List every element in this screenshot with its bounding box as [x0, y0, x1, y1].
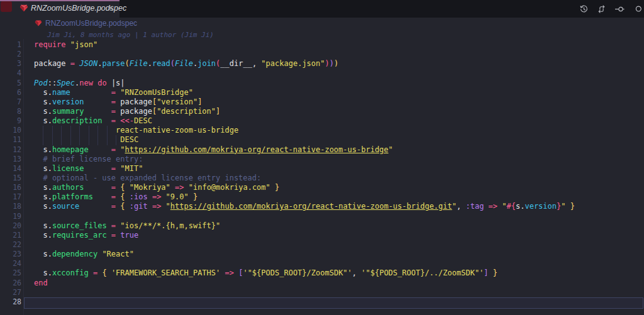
code-line-text: s.requires_arc = true [34, 231, 138, 240]
red-badge [1, 1, 12, 12]
breadcrumb-item-file[interactable]: RNZoomUsBridge.podspec [35, 19, 137, 28]
indent-guide [43, 135, 43, 145]
code-line[interactable]: 9 s.description = <<-DESC [0, 116, 644, 126]
line-number[interactable]: 1 [0, 40, 21, 50]
indent-guide [61, 135, 62, 145]
indent-guide [79, 126, 80, 135]
line-number[interactable]: 28 [0, 297, 21, 307]
line-number[interactable]: 10 [0, 126, 21, 135]
code-line-text: s.dependency "React" [34, 250, 134, 259]
code-line[interactable]: 19 [0, 212, 644, 221]
git-blame-annotation[interactable]: Jim Ji, 8 months ago | 1 author (Jim Ji) [47, 31, 214, 39]
code-line-text: s.platforms = { :ios => "9.0" } [34, 192, 197, 202]
code-line[interactable]: 7 s.version = package["version"] [0, 97, 644, 107]
indent-guide [52, 135, 53, 145]
line-number[interactable]: 19 [0, 212, 21, 221]
code-line[interactable]: 5Pod::Spec.new do |s| [0, 79, 644, 88]
code-line[interactable]: 3package = JSON.parse(File.read(File.joi… [0, 59, 644, 69]
code-line[interactable]: 25 s.xcconfig = { 'FRAMEWORK_SEARCH_PATH… [0, 268, 644, 278]
breadcrumb-label: RNZoomUsBridge.podspec [45, 19, 137, 28]
code-line-text: s.xcconfig = { 'FRAMEWORK_SEARCH_PATHS' … [34, 268, 497, 278]
ruby-file-icon [35, 19, 42, 27]
code-line-text: react-native-zoom-us-bridge [34, 126, 238, 135]
code-line[interactable]: 13 # brief license entry: [0, 155, 644, 164]
code-line[interactable]: 26end [0, 279, 644, 288]
commit-icon[interactable] [632, 4, 641, 14]
code-line[interactable]: 14 s.license = "MIT" [0, 164, 644, 174]
code-line[interactable]: 16 s.authors = { "Mokriya" => "info@mokr… [0, 183, 644, 192]
line-number[interactable]: 14 [0, 164, 21, 174]
tab-bar: RNZoomUsBridge.podspec ✕ [0, 0, 644, 18]
line-number[interactable]: 27 [0, 288, 21, 297]
open-changes-icon[interactable] [614, 4, 624, 14]
code-line[interactable]: 1require "json" [0, 40, 644, 50]
code-line[interactable]: 22 [0, 240, 644, 250]
indent-guide [107, 126, 108, 135]
code-line-text: s.license = "MIT" [34, 164, 143, 174]
line-number[interactable]: 2 [0, 50, 21, 59]
code-line-text: end [34, 279, 48, 288]
active-tab-top-border [0, 0, 119, 1]
indent-guide [79, 135, 80, 145]
indent-guide [97, 135, 98, 145]
editor[interactable]: 1require "json"23package = JSON.parse(Fi… [0, 39, 644, 315]
code-line-text: s.summary = package["description"] [34, 107, 220, 116]
breadcrumb: RNZoomUsBridge.podspec [0, 18, 644, 30]
line-number[interactable]: 22 [0, 240, 21, 250]
code-line[interactable]: 4 [0, 69, 644, 78]
code-line[interactable]: 11 DESC [0, 135, 644, 145]
code-line[interactable]: 12 s.homepage = "https://github.com/mokr… [0, 145, 644, 155]
line-number[interactable]: 26 [0, 279, 21, 288]
code-line[interactable]: 20 s.source_files = "ios/**/*.{h,m,swift… [0, 221, 644, 231]
line-number[interactable]: 11 [0, 135, 21, 145]
code-line-text: DESC [34, 135, 138, 145]
line-number[interactable]: 17 [0, 192, 21, 202]
code-line[interactable]: 23 s.dependency "React" [0, 250, 644, 259]
line-number[interactable]: 16 [0, 183, 21, 192]
code-line[interactable]: 15 # optional - use expanded license ent… [0, 174, 644, 183]
code-line-text: s.source = { :git => "https://github.com… [34, 202, 575, 211]
code-line-text: s.authors = { "Mokriya" => "info@mokriya… [34, 183, 279, 192]
line-number[interactable]: 23 [0, 250, 21, 259]
code-line[interactable]: 6 s.name = "RNZoomUsBridge" [0, 88, 644, 97]
line-number[interactable]: 25 [0, 268, 21, 278]
line-number[interactable]: 8 [0, 107, 21, 116]
code-area[interactable]: 1require "json"23package = JSON.parse(Fi… [0, 40, 644, 307]
code-line-text: # optional - use expanded license entry … [34, 174, 261, 183]
tab-close-icon[interactable]: ✕ [106, 3, 116, 13]
code-line[interactable]: 17 s.platforms = { :ios => "9.0" } [0, 192, 644, 202]
line-number[interactable]: 3 [0, 59, 21, 69]
code-line[interactable]: 28 [0, 297, 644, 307]
code-line-text: # brief license entry: [34, 155, 143, 164]
line-number[interactable]: 12 [0, 145, 21, 155]
code-line[interactable]: 2 [0, 50, 644, 59]
code-line[interactable]: 27 [0, 288, 644, 297]
indent-guide [116, 135, 116, 145]
code-line-text: require "json" [34, 40, 97, 50]
code-line-text: s.homepage = "https://github.com/mokriya… [34, 145, 393, 155]
indent-guide [97, 126, 98, 135]
code-line[interactable]: 18 s.source = { :git => "https://github.… [0, 202, 644, 211]
editor-actions [579, 4, 644, 14]
line-number[interactable]: 7 [0, 97, 21, 107]
compare-changes-icon[interactable] [597, 4, 606, 14]
code-line-text: package = JSON.parse(File.read(File.join… [34, 59, 338, 69]
code-line[interactable]: 24 [0, 259, 644, 268]
line-number[interactable]: 20 [0, 221, 21, 231]
history-icon[interactable] [579, 4, 589, 14]
line-number[interactable]: 13 [0, 155, 21, 164]
line-number[interactable]: 21 [0, 231, 21, 240]
line-number[interactable]: 24 [0, 259, 21, 268]
code-line[interactable]: 21 s.requires_arc = true [0, 231, 644, 240]
line-number[interactable]: 5 [0, 79, 21, 88]
line-number[interactable]: 4 [0, 69, 21, 78]
code-line-text: Pod::Spec.new do |s| [34, 79, 125, 88]
code-line[interactable]: 10 react-native-zoom-us-bridge [0, 126, 644, 135]
code-line[interactable]: 8 s.summary = package["description"] [0, 107, 644, 116]
line-number[interactable]: 15 [0, 174, 21, 183]
line-number[interactable]: 18 [0, 202, 21, 211]
code-line-text: s.source_files = "ios/**/*.{h,m,swift}" [34, 221, 220, 231]
code-line-text: s.description = <<-DESC [34, 116, 152, 126]
line-number[interactable]: 6 [0, 88, 21, 97]
line-number[interactable]: 9 [0, 116, 21, 126]
